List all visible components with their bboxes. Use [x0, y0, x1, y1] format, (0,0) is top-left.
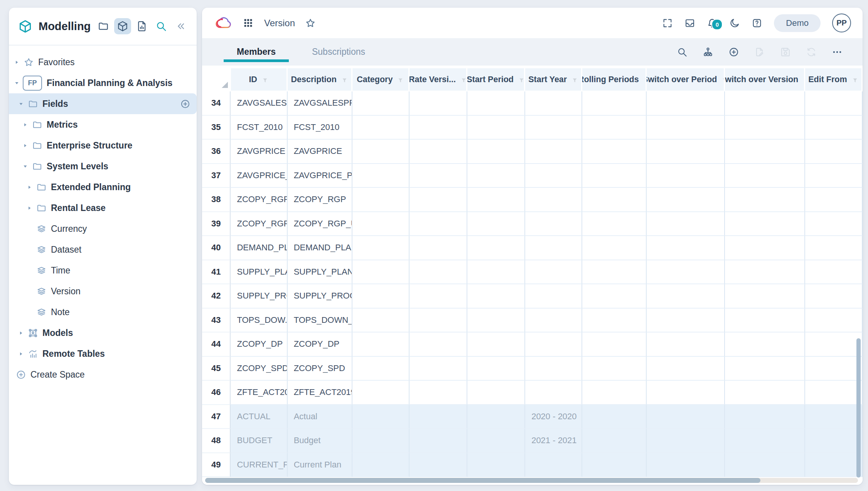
- cell-switch-over-version[interactable]: [725, 164, 805, 188]
- tab-members[interactable]: Members: [224, 38, 289, 66]
- cell-switch-over-version[interactable]: [725, 429, 805, 453]
- cell-start-year[interactable]: [525, 357, 582, 381]
- cell-start-year[interactable]: [525, 309, 582, 333]
- cell-category[interactable]: [352, 332, 410, 357]
- filter-icon[interactable]: [262, 76, 268, 83]
- row-number[interactable]: 39: [202, 212, 231, 236]
- cell-description[interactable]: ZAVGPRICE: [288, 140, 352, 164]
- dark-mode-icon[interactable]: [729, 18, 740, 29]
- cell-edit-from[interactable]: [805, 164, 863, 188]
- cell-rolling-periods[interactable]: [582, 91, 647, 116]
- cell-description[interactable]: Current Plan: [288, 453, 352, 478]
- cell-rate-version[interactable]: [410, 91, 467, 116]
- cell-switch-over-period[interactable]: [647, 188, 725, 212]
- cell-description[interactable]: FCST_2010: [288, 116, 352, 140]
- cell-switch-over-period[interactable]: [647, 140, 725, 164]
- caret-right-icon[interactable]: [17, 330, 25, 336]
- cell-start-period[interactable]: [467, 188, 525, 212]
- cell-start-year[interactable]: [525, 453, 582, 478]
- cell-switch-over-version[interactable]: [725, 453, 805, 478]
- cell-start-period[interactable]: [467, 284, 525, 309]
- cell-start-period[interactable]: [467, 116, 525, 140]
- cell-rate-version[interactable]: [410, 332, 467, 357]
- cell-description[interactable]: ZCOPY_DP: [288, 332, 352, 357]
- sidebar-item-extended-planning[interactable]: Extended Planning: [9, 177, 197, 197]
- cell-rate-version[interactable]: [410, 357, 467, 381]
- cell-start-period[interactable]: [467, 357, 525, 381]
- column-header-rolling-periods[interactable]: Rolling Periods: [582, 68, 647, 91]
- cell-rolling-periods[interactable]: [582, 140, 647, 164]
- cell-switch-over-version[interactable]: [725, 212, 805, 236]
- cell-rolling-periods[interactable]: [582, 381, 647, 405]
- cell-rolling-periods[interactable]: [582, 260, 647, 285]
- cell-rate-version[interactable]: [410, 260, 467, 285]
- sidebar-item-models[interactable]: Models: [9, 322, 197, 343]
- cell-id[interactable]: SUPPLY_PLAN: [231, 260, 287, 285]
- column-header-switch-over-period[interactable]: Switch over Period: [647, 68, 725, 91]
- cell-category[interactable]: [352, 405, 410, 429]
- row-number[interactable]: 46: [202, 381, 231, 405]
- cell-id[interactable]: DEMAND_PL...: [231, 236, 287, 260]
- cell-switch-over-version[interactable]: [725, 140, 805, 164]
- cell-edit-from[interactable]: [805, 429, 863, 453]
- filter-icon[interactable]: [460, 76, 467, 83]
- cell-rate-version[interactable]: [410, 309, 467, 333]
- cell-switch-over-period[interactable]: [647, 429, 725, 453]
- row-number[interactable]: 43: [202, 309, 231, 333]
- column-header-edit-from[interactable]: Edit From: [805, 68, 863, 91]
- caret-right-icon[interactable]: [25, 205, 33, 211]
- cell-switch-over-version[interactable]: [725, 91, 805, 116]
- cell-rate-version[interactable]: [410, 116, 467, 140]
- column-header-start-year[interactable]: Start Year: [525, 68, 582, 91]
- cell-start-period[interactable]: [467, 260, 525, 285]
- cell-switch-over-period[interactable]: [647, 332, 725, 357]
- cell-id[interactable]: ZCOPY_RGP: [231, 188, 287, 212]
- column-header-category[interactable]: Category: [352, 68, 410, 91]
- cell-category[interactable]: [352, 188, 410, 212]
- caret-down-icon[interactable]: [17, 101, 25, 107]
- row-number[interactable]: 34: [202, 91, 231, 116]
- cell-start-period[interactable]: [467, 453, 525, 478]
- column-header-description[interactable]: Description: [288, 68, 352, 91]
- row-number[interactable]: 35: [202, 116, 231, 140]
- sidebar-item-version[interactable]: Version: [9, 281, 197, 302]
- cell-rate-version[interactable]: [410, 429, 467, 453]
- cell-edit-from[interactable]: [805, 332, 863, 357]
- cell-start-year[interactable]: [525, 381, 582, 405]
- filter-icon[interactable]: [341, 76, 348, 83]
- cell-id[interactable]: CURRENT_P...: [231, 453, 287, 478]
- cell-start-year[interactable]: [525, 188, 582, 212]
- cell-rate-version[interactable]: [410, 453, 467, 478]
- cell-switch-over-version[interactable]: [725, 284, 805, 309]
- cell-rolling-periods[interactable]: [582, 357, 647, 381]
- cell-edit-from[interactable]: [805, 357, 863, 381]
- cell-edit-from[interactable]: [805, 405, 863, 429]
- row-number[interactable]: 49: [202, 453, 231, 478]
- cell-edit-from[interactable]: [805, 453, 863, 478]
- cell-edit-from[interactable]: [805, 309, 863, 333]
- cell-category[interactable]: [352, 236, 410, 260]
- filter-icon[interactable]: [397, 76, 404, 83]
- cell-switch-over-period[interactable]: [647, 164, 725, 188]
- sidebar-item-fields[interactable]: Fields: [9, 93, 197, 114]
- cell-edit-from[interactable]: [805, 140, 863, 164]
- cell-start-period[interactable]: [467, 140, 525, 164]
- cell-id[interactable]: ACTUAL: [231, 405, 287, 429]
- cell-id[interactable]: TOPS_DOW...: [231, 309, 287, 333]
- cell-category[interactable]: [352, 357, 410, 381]
- cell-id[interactable]: ZFTE_ACT20...: [231, 381, 287, 405]
- cell-switch-over-version[interactable]: [725, 116, 805, 140]
- cell-rate-version[interactable]: [410, 140, 467, 164]
- cell-start-year[interactable]: [525, 284, 582, 309]
- search-icon[interactable]: [677, 47, 688, 57]
- help-icon[interactable]: [752, 18, 762, 29]
- horizontal-scrollbar-thumb[interactable]: [205, 478, 760, 483]
- cell-rolling-periods[interactable]: [582, 453, 647, 478]
- caret-right-icon[interactable]: [13, 59, 20, 65]
- cell-id[interactable]: ZCOPY_SPD: [231, 357, 287, 381]
- cell-rolling-periods[interactable]: [582, 116, 647, 140]
- cell-description[interactable]: Actual: [288, 405, 352, 429]
- cell-rate-version[interactable]: [410, 236, 467, 260]
- cell-edit-from[interactable]: [805, 381, 863, 405]
- cell-category[interactable]: [352, 164, 410, 188]
